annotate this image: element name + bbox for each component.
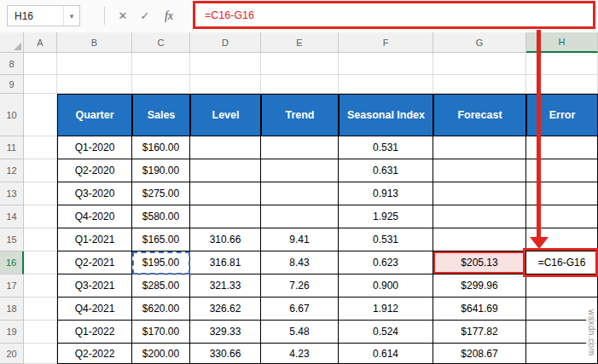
col-header-F[interactable]: F xyxy=(339,32,433,53)
cell-E20[interactable]: 4.23 xyxy=(261,344,339,364)
row-header-20[interactable]: 20 xyxy=(0,344,24,364)
cell-E10[interactable]: Trend xyxy=(261,94,339,136)
cell-C14[interactable]: $580.00 xyxy=(132,205,190,228)
cell-A12[interactable] xyxy=(24,159,57,182)
cell-A8[interactable] xyxy=(24,53,57,75)
cell-E8[interactable] xyxy=(261,53,339,75)
cell-B13[interactable]: Q3-2020 xyxy=(57,182,132,205)
cell-D12[interactable] xyxy=(190,159,261,182)
cell-E18[interactable]: 6.67 xyxy=(261,298,339,321)
cell-A13[interactable] xyxy=(24,182,57,205)
cell-B20[interactable]: Q2-2022 xyxy=(57,344,132,364)
cell-F8[interactable] xyxy=(339,53,433,75)
cell-E19[interactable]: 5.48 xyxy=(261,321,339,344)
cell-G19[interactable]: $177.82 xyxy=(433,321,526,344)
select-all-button[interactable] xyxy=(0,32,24,53)
cell-G20[interactable]: $208.67 xyxy=(433,344,526,364)
col-header-C[interactable]: C xyxy=(132,32,190,53)
cell-B19[interactable]: Q1-2022 xyxy=(57,321,132,344)
cell-B10[interactable]: Quarter xyxy=(57,94,132,136)
cell-B16[interactable]: Q2-2021 xyxy=(57,251,132,274)
col-header-D[interactable]: D xyxy=(190,32,261,53)
cell-E11[interactable] xyxy=(261,136,339,159)
cell-A16[interactable] xyxy=(24,251,57,274)
cell-F20[interactable]: 0.614 xyxy=(339,344,433,364)
cell-F18[interactable]: 1.912 xyxy=(339,298,433,321)
row-header-14[interactable]: 14 xyxy=(0,205,24,228)
cell-G8[interactable] xyxy=(433,53,526,75)
enter-icon[interactable]: ✓ xyxy=(135,5,155,26)
cell-E12[interactable] xyxy=(261,159,339,182)
cell-C11[interactable]: $160.00 xyxy=(132,136,190,159)
formula-input[interactable]: =C16-G16 xyxy=(193,2,595,29)
row-header-10[interactable]: 10 xyxy=(0,94,24,136)
cell-F10[interactable]: Seasonal Index xyxy=(339,94,433,136)
cell-F14[interactable]: 1.925 xyxy=(339,205,433,228)
cell-F19[interactable]: 0.524 xyxy=(339,321,433,344)
row-header-15[interactable]: 15 xyxy=(0,228,24,251)
cell-D13[interactable] xyxy=(190,182,261,205)
cell-A15[interactable] xyxy=(24,228,57,251)
col-header-B[interactable]: B xyxy=(57,32,132,53)
cell-D16[interactable]: 316.81 xyxy=(190,251,261,274)
cell-B17[interactable]: Q3-2021 xyxy=(57,274,132,298)
cell-D19[interactable]: 329.33 xyxy=(190,321,261,344)
row-header-13[interactable]: 13 xyxy=(0,182,24,205)
name-box-dropdown-icon[interactable]: ▾ xyxy=(63,6,79,26)
cell-E17[interactable]: 7.26 xyxy=(261,274,339,298)
cell-A18[interactable] xyxy=(24,298,57,321)
cell-G16[interactable]: $205.13 xyxy=(433,251,526,274)
cell-D10[interactable]: Level xyxy=(190,94,261,136)
cell-C9[interactable] xyxy=(132,75,190,94)
cell-G10[interactable]: Forecast xyxy=(433,94,526,136)
cell-E13[interactable] xyxy=(261,182,339,205)
cell-C15[interactable]: $165.00 xyxy=(132,228,190,251)
cell-G11[interactable] xyxy=(433,136,526,159)
cell-F15[interactable]: 0.531 xyxy=(339,228,433,251)
cell-F11[interactable]: 0.531 xyxy=(339,136,433,159)
cell-A17[interactable] xyxy=(24,274,57,298)
cell-A9[interactable] xyxy=(24,75,57,94)
cell-D15[interactable]: 310.66 xyxy=(190,228,261,251)
cell-F17[interactable]: 0.900 xyxy=(339,274,433,298)
row-header-16[interactable]: 16 xyxy=(0,251,24,274)
cell-E16[interactable]: 8.43 xyxy=(261,251,339,274)
cell-G12[interactable] xyxy=(433,159,526,182)
cell-G15[interactable] xyxy=(433,228,526,251)
cell-B15[interactable]: Q1-2021 xyxy=(57,228,132,251)
cell-C8[interactable] xyxy=(132,53,190,75)
row-header-19[interactable]: 19 xyxy=(0,321,24,344)
row-header-8[interactable]: 8 xyxy=(0,53,24,75)
cell-C20[interactable]: $200.00 xyxy=(132,344,190,364)
col-header-A[interactable]: A xyxy=(24,32,57,53)
cell-A10[interactable] xyxy=(24,94,57,136)
cell-A11[interactable] xyxy=(24,136,57,159)
row-header-11[interactable]: 11 xyxy=(0,136,24,159)
cell-D17[interactable]: 321.33 xyxy=(190,274,261,298)
cell-G18[interactable]: $641.69 xyxy=(433,298,526,321)
cell-F9[interactable] xyxy=(339,75,433,94)
row-header-12[interactable]: 12 xyxy=(0,159,24,182)
cell-C16[interactable]: $195.00 xyxy=(132,251,190,274)
cell-B9[interactable] xyxy=(57,75,132,94)
cell-C12[interactable]: $190.00 xyxy=(132,159,190,182)
cell-D11[interactable] xyxy=(190,136,261,159)
cell-C17[interactable]: $285.00 xyxy=(132,274,190,298)
cell-H17[interactable] xyxy=(526,274,598,298)
cell-F16[interactable]: 0.623 xyxy=(339,251,433,274)
cell-A20[interactable] xyxy=(24,344,57,364)
cell-G9[interactable] xyxy=(433,75,526,94)
row-header-9[interactable]: 9 xyxy=(0,75,24,94)
cell-E15[interactable]: 9.41 xyxy=(261,228,339,251)
cell-C19[interactable]: $170.00 xyxy=(132,321,190,344)
cell-F12[interactable]: 0.631 xyxy=(339,159,433,182)
cell-B11[interactable]: Q1-2020 xyxy=(57,136,132,159)
insert-function-icon[interactable]: fx xyxy=(159,5,179,26)
cell-G17[interactable]: $299.96 xyxy=(433,274,526,298)
cell-G14[interactable] xyxy=(433,205,526,228)
cell-E9[interactable] xyxy=(261,75,339,94)
col-header-E[interactable]: E xyxy=(261,32,339,53)
cell-F13[interactable]: 0.913 xyxy=(339,182,433,205)
name-box[interactable]: H16 ▾ xyxy=(7,5,80,26)
row-header-18[interactable]: 18 xyxy=(0,298,24,321)
